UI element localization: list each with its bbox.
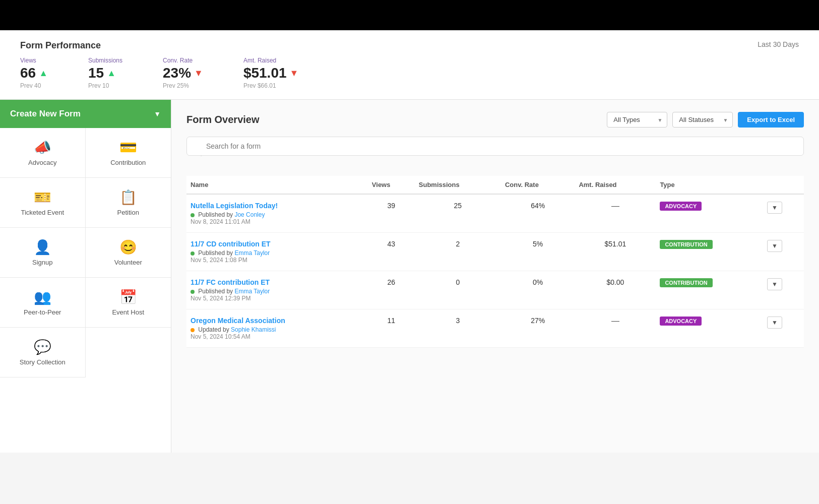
export-to-excel-button[interactable]: Export to Excel bbox=[738, 112, 804, 128]
contribution-label: Contribution bbox=[110, 159, 146, 166]
sidebar-item-event-host[interactable]: 📅 Event Host bbox=[86, 278, 171, 328]
type-badge-3: ADVOCACY bbox=[660, 317, 702, 326]
event-host-icon: 📅 bbox=[119, 289, 137, 305]
advocacy-icon: 📣 bbox=[34, 139, 51, 156]
status-dot-2 bbox=[191, 290, 195, 294]
panel-title: Form Overview bbox=[186, 114, 260, 125]
cell-conv-rate-0: 64% bbox=[501, 194, 575, 233]
form-link-3[interactable]: Oregon Medical Association bbox=[191, 317, 285, 325]
story-collection-label: Story Collection bbox=[20, 358, 66, 366]
cell-type-2: CONTRIBUTION bbox=[656, 271, 763, 309]
cell-submissions-2: 0 bbox=[415, 271, 501, 309]
row-chevron-button-0[interactable]: ▼ bbox=[767, 202, 782, 214]
col-conv-rate: Conv. Rate bbox=[501, 176, 575, 194]
form-link-0[interactable]: Nutella Legislation Today! bbox=[191, 202, 278, 210]
cell-amt-raised-3: — bbox=[575, 309, 656, 348]
sidebar-item-story-collection[interactable]: 💬 Story Collection bbox=[0, 328, 86, 377]
cell-amt-raised-1: $51.01 bbox=[575, 233, 656, 271]
search-input[interactable] bbox=[186, 137, 804, 156]
cell-conv-rate-3: 27% bbox=[501, 309, 575, 348]
peer-to-peer-label: Peer-to-Peer bbox=[24, 308, 61, 316]
main-content: Create New Form ▼ 📣 Advocacy 💳 Contribut… bbox=[0, 100, 819, 453]
row-chevron-button-1[interactable]: ▼ bbox=[767, 240, 782, 252]
sidebar-item-advocacy[interactable]: 📣 Advocacy bbox=[0, 128, 86, 178]
create-new-form-button[interactable]: Create New Form ▼ bbox=[0, 100, 171, 128]
status-dot-3 bbox=[191, 328, 195, 332]
form-meta-2: Published by Emma Taylor Nov 5, 2024 12:… bbox=[191, 288, 364, 302]
cell-name-2: 11/7 FC contribution ET Published by Emm… bbox=[186, 271, 368, 309]
volunteer-label: Volunteer bbox=[114, 259, 142, 266]
volunteer-icon: 😊 bbox=[119, 239, 137, 256]
top-bar bbox=[0, 0, 819, 30]
peer-to-peer-icon: 👥 bbox=[34, 289, 51, 305]
metric-amt-value: $51.01 ▼ bbox=[243, 65, 298, 81]
cell-type-3: ADVOCACY bbox=[656, 309, 763, 348]
filter-statuses-wrapper: All Statuses bbox=[672, 112, 733, 128]
row-chevron-button-2[interactable]: ▼ bbox=[767, 278, 782, 290]
metric-views-prev: Prev 40 bbox=[20, 82, 48, 89]
metric-submissions: Submissions 15 ▲ Prev 10 bbox=[88, 57, 122, 89]
create-dropdown-arrow-icon: ▼ bbox=[154, 110, 161, 118]
filter-types-wrapper: All Types bbox=[607, 112, 667, 128]
table-header: Name Views Submissions Conv. Rate Amt. R… bbox=[186, 176, 804, 194]
metric-conv-rate: Conv. Rate 23% ▼ Prev 25% bbox=[163, 57, 203, 89]
filter-types-select[interactable]: All Types bbox=[607, 112, 667, 128]
sidebar-item-volunteer[interactable]: 😊 Volunteer bbox=[86, 228, 171, 278]
cell-submissions-1: 2 bbox=[415, 233, 501, 271]
form-link-2[interactable]: 11/7 FC contribution ET bbox=[191, 278, 270, 286]
create-new-form-label: Create New Form bbox=[10, 109, 81, 119]
cell-views-1: 43 bbox=[368, 233, 415, 271]
metric-submissions-value: 15 ▲ bbox=[88, 65, 122, 81]
type-badge-1: CONTRIBUTION bbox=[660, 240, 712, 249]
metric-views: Views 66 ▲ Prev 40 bbox=[20, 57, 48, 89]
filter-statuses-select[interactable]: All Statuses bbox=[672, 112, 733, 128]
row-chevron-button-3[interactable]: ▼ bbox=[767, 317, 782, 329]
sidebar-item-ticketed-event[interactable]: 🎫 Ticketed Event bbox=[0, 178, 86, 228]
metric-amt-label: Amt. Raised bbox=[243, 57, 298, 64]
status-dot-0 bbox=[191, 213, 195, 217]
ticketed-event-icon: 🎫 bbox=[34, 189, 51, 206]
sidebar-item-contribution[interactable]: 💳 Contribution bbox=[86, 128, 171, 178]
metric-views-value: 66 ▲ bbox=[20, 65, 48, 81]
sidebar-item-signup[interactable]: 👤 Signup bbox=[0, 228, 86, 278]
type-badge-2: CONTRIBUTION bbox=[660, 278, 712, 287]
cell-actions-0: ▼ bbox=[763, 194, 804, 233]
cell-actions-1: ▼ bbox=[763, 233, 804, 271]
form-link-1[interactable]: 11/7 CD contribution ET bbox=[191, 240, 271, 248]
col-views: Views bbox=[368, 176, 415, 194]
table-row: 11/7 CD contribution ET Published by Emm… bbox=[186, 233, 804, 271]
cell-views-0: 39 bbox=[368, 194, 415, 233]
cell-actions-3: ▼ bbox=[763, 309, 804, 348]
performance-section: Form Performance Views 66 ▲ Prev 40 Subm… bbox=[0, 30, 819, 100]
table-row: Nutella Legislation Today! Published by … bbox=[186, 194, 804, 233]
cell-submissions-3: 3 bbox=[415, 309, 501, 348]
submissions-arrow-icon: ▲ bbox=[107, 68, 116, 79]
metric-conv-value: 23% ▼ bbox=[163, 65, 203, 81]
advocacy-label: Advocacy bbox=[28, 159, 56, 166]
performance-metrics: Views 66 ▲ Prev 40 Submissions 15 ▲ Prev… bbox=[20, 57, 758, 89]
ticketed-event-label: Ticketed Event bbox=[21, 209, 64, 216]
form-meta-1: Published by Emma Taylor Nov 5, 2024 1:0… bbox=[191, 249, 364, 264]
form-meta-0: Published by Joe Conley Nov 8, 2024 11:0… bbox=[191, 211, 364, 225]
metric-amt-prev: Prev $66.01 bbox=[243, 82, 298, 89]
cell-views-3: 11 bbox=[368, 309, 415, 348]
event-host-label: Event Host bbox=[112, 308, 144, 316]
metric-amt-raised: Amt. Raised $51.01 ▼ Prev $66.01 bbox=[243, 57, 298, 89]
cell-conv-rate-1: 5% bbox=[501, 233, 575, 271]
sidebar-item-petition[interactable]: 📋 Petition bbox=[86, 178, 171, 228]
petition-label: Petition bbox=[117, 209, 139, 216]
amt-arrow-icon: ▼ bbox=[290, 68, 299, 79]
col-submissions: Submissions bbox=[415, 176, 501, 194]
contribution-icon: 💳 bbox=[119, 139, 137, 156]
sidebar-item-peer-to-peer[interactable]: 👥 Peer-to-Peer bbox=[0, 278, 86, 328]
cell-name-1: 11/7 CD contribution ET Published by Emm… bbox=[186, 233, 368, 271]
cell-name-0: Nutella Legislation Today! Published by … bbox=[186, 194, 368, 233]
table-body: Nutella Legislation Today! Published by … bbox=[186, 194, 804, 348]
conv-arrow-icon: ▼ bbox=[194, 68, 203, 79]
cell-name-3: Oregon Medical Association Updated by So… bbox=[186, 309, 368, 348]
metric-submissions-label: Submissions bbox=[88, 57, 122, 64]
table-row: Oregon Medical Association Updated by So… bbox=[186, 309, 804, 348]
cell-submissions-0: 25 bbox=[415, 194, 501, 233]
panel-header: Form Overview All Types All Statuses Exp… bbox=[186, 112, 804, 128]
col-name: Name bbox=[186, 176, 368, 194]
